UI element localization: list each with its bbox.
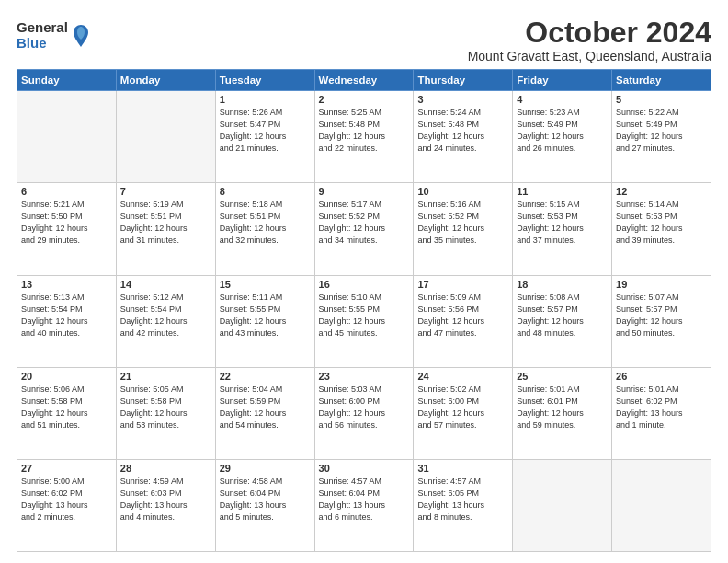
table-row: 18Sunrise: 5:08 AM Sunset: 5:57 PM Dayli… — [513, 275, 612, 367]
table-row: 27Sunrise: 5:00 AM Sunset: 6:02 PM Dayli… — [17, 459, 117, 551]
table-row: 15Sunrise: 5:11 AM Sunset: 5:55 PM Dayli… — [215, 275, 314, 367]
table-row: 23Sunrise: 5:03 AM Sunset: 6:00 PM Dayli… — [314, 367, 414, 459]
day-number: 8 — [220, 186, 311, 197]
table-row: 26Sunrise: 5:01 AM Sunset: 6:02 PM Dayli… — [612, 367, 711, 459]
table-row: 11Sunrise: 5:15 AM Sunset: 5:53 PM Dayli… — [513, 183, 612, 275]
day-number: 30 — [319, 463, 410, 474]
table-row: 1Sunrise: 5:26 AM Sunset: 5:47 PM Daylig… — [215, 91, 314, 183]
day-number: 13 — [21, 279, 112, 290]
table-row: 16Sunrise: 5:10 AM Sunset: 5:55 PM Dayli… — [314, 275, 414, 367]
day-number: 22 — [220, 371, 311, 382]
day-number: 31 — [417, 463, 508, 474]
day-number: 17 — [417, 279, 508, 290]
day-detail: Sunrise: 5:19 AM Sunset: 5:51 PM Dayligh… — [120, 199, 211, 247]
day-detail: Sunrise: 4:57 AM Sunset: 6:04 PM Dayligh… — [319, 476, 410, 523]
table-row: 6Sunrise: 5:21 AM Sunset: 5:50 PM Daylig… — [17, 183, 117, 275]
day-detail: Sunrise: 5:22 AM Sunset: 5:49 PM Dayligh… — [616, 107, 707, 155]
day-number: 16 — [319, 279, 410, 290]
table-row: 17Sunrise: 5:09 AM Sunset: 5:56 PM Dayli… — [414, 275, 513, 367]
logo-blue: Blue — [17, 36, 68, 52]
day-number: 3 — [417, 94, 508, 105]
day-number: 5 — [616, 94, 707, 105]
table-row: 31Sunrise: 4:57 AM Sunset: 6:05 PM Dayli… — [414, 459, 513, 551]
day-number: 6 — [21, 186, 112, 197]
table-row: 8Sunrise: 5:18 AM Sunset: 5:51 PM Daylig… — [215, 183, 314, 275]
day-detail: Sunrise: 5:16 AM Sunset: 5:52 PM Dayligh… — [417, 199, 508, 247]
table-row — [513, 459, 612, 551]
calendar-week-row: 6Sunrise: 5:21 AM Sunset: 5:50 PM Daylig… — [17, 183, 711, 275]
day-detail: Sunrise: 5:07 AM Sunset: 5:57 PM Dayligh… — [616, 292, 707, 339]
day-detail: Sunrise: 4:59 AM Sunset: 6:03 PM Dayligh… — [120, 476, 211, 523]
header: General Blue October 2024 Mount Gravatt … — [17, 17, 711, 63]
day-detail: Sunrise: 4:58 AM Sunset: 6:04 PM Dayligh… — [220, 476, 311, 523]
calendar-week-row: 27Sunrise: 5:00 AM Sunset: 6:02 PM Dayli… — [17, 459, 711, 551]
table-row: 7Sunrise: 5:19 AM Sunset: 5:51 PM Daylig… — [116, 183, 215, 275]
table-row: 4Sunrise: 5:23 AM Sunset: 5:49 PM Daylig… — [513, 91, 612, 183]
table-row: 24Sunrise: 5:02 AM Sunset: 6:00 PM Dayli… — [414, 367, 513, 459]
table-row: 22Sunrise: 5:04 AM Sunset: 5:59 PM Dayli… — [215, 367, 314, 459]
day-number: 24 — [417, 371, 508, 382]
col-wednesday: Wednesday — [314, 70, 414, 91]
day-number: 15 — [220, 279, 311, 290]
day-detail: Sunrise: 5:09 AM Sunset: 5:56 PM Dayligh… — [417, 292, 508, 339]
day-detail: Sunrise: 5:10 AM Sunset: 5:55 PM Dayligh… — [319, 292, 410, 339]
table-row: 5Sunrise: 5:22 AM Sunset: 5:49 PM Daylig… — [612, 91, 711, 183]
day-detail: Sunrise: 5:23 AM Sunset: 5:49 PM Dayligh… — [517, 107, 608, 155]
day-detail: Sunrise: 5:25 AM Sunset: 5:48 PM Dayligh… — [319, 107, 410, 155]
day-detail: Sunrise: 5:03 AM Sunset: 6:00 PM Dayligh… — [319, 384, 410, 431]
day-detail: Sunrise: 5:01 AM Sunset: 6:01 PM Dayligh… — [517, 384, 608, 431]
day-detail: Sunrise: 5:15 AM Sunset: 5:53 PM Dayligh… — [517, 199, 608, 247]
calendar-week-row: 20Sunrise: 5:06 AM Sunset: 5:58 PM Dayli… — [17, 367, 711, 459]
col-saturday: Saturday — [612, 70, 711, 91]
day-detail: Sunrise: 5:17 AM Sunset: 5:52 PM Dayligh… — [319, 199, 410, 247]
day-number: 14 — [120, 279, 211, 290]
day-number: 20 — [21, 371, 112, 382]
table-row: 2Sunrise: 5:25 AM Sunset: 5:48 PM Daylig… — [314, 91, 414, 183]
day-number: 18 — [517, 279, 608, 290]
title-month: October 2024 — [468, 17, 711, 49]
table-row: 25Sunrise: 5:01 AM Sunset: 6:01 PM Dayli… — [513, 367, 612, 459]
table-row: 12Sunrise: 5:14 AM Sunset: 5:53 PM Dayli… — [612, 183, 711, 275]
day-detail: Sunrise: 4:57 AM Sunset: 6:05 PM Dayligh… — [417, 476, 508, 523]
day-number: 19 — [616, 279, 707, 290]
table-row: 29Sunrise: 4:58 AM Sunset: 6:04 PM Dayli… — [215, 459, 314, 551]
logo-icon — [72, 23, 90, 49]
day-number: 29 — [220, 463, 311, 474]
logo-text: General Blue — [17, 20, 68, 51]
day-detail: Sunrise: 5:13 AM Sunset: 5:54 PM Dayligh… — [21, 292, 112, 339]
table-row: 19Sunrise: 5:07 AM Sunset: 5:57 PM Dayli… — [612, 275, 711, 367]
col-friday: Friday — [513, 70, 612, 91]
day-detail: Sunrise: 5:00 AM Sunset: 6:02 PM Dayligh… — [21, 476, 112, 523]
day-number: 9 — [319, 186, 410, 197]
table-row: 3Sunrise: 5:24 AM Sunset: 5:48 PM Daylig… — [414, 91, 513, 183]
day-detail: Sunrise: 5:21 AM Sunset: 5:50 PM Dayligh… — [21, 199, 112, 247]
day-number: 2 — [319, 94, 410, 105]
day-number: 12 — [616, 186, 707, 197]
day-detail: Sunrise: 5:26 AM Sunset: 5:47 PM Dayligh… — [220, 107, 311, 155]
table-row — [17, 91, 117, 183]
day-detail: Sunrise: 5:04 AM Sunset: 5:59 PM Dayligh… — [220, 384, 311, 431]
day-number: 10 — [417, 186, 508, 197]
table-row: 20Sunrise: 5:06 AM Sunset: 5:58 PM Dayli… — [17, 367, 117, 459]
title-block: October 2024 Mount Gravatt East, Queensl… — [468, 17, 711, 63]
day-detail: Sunrise: 5:14 AM Sunset: 5:53 PM Dayligh… — [616, 199, 707, 247]
title-location: Mount Gravatt East, Queensland, Australi… — [468, 49, 711, 63]
day-detail: Sunrise: 5:01 AM Sunset: 6:02 PM Dayligh… — [616, 384, 707, 431]
page: General Blue October 2024 Mount Gravatt … — [0, 0, 728, 563]
logo: General Blue — [17, 20, 90, 51]
day-number: 21 — [120, 371, 211, 382]
col-sunday: Sunday — [17, 70, 117, 91]
col-thursday: Thursday — [414, 70, 513, 91]
table-row: 21Sunrise: 5:05 AM Sunset: 5:58 PM Dayli… — [116, 367, 215, 459]
col-tuesday: Tuesday — [215, 70, 314, 91]
day-number: 11 — [517, 186, 608, 197]
logo-general: General — [17, 20, 68, 36]
day-number: 7 — [120, 186, 211, 197]
table-row — [116, 91, 215, 183]
day-number: 26 — [616, 371, 707, 382]
table-row: 9Sunrise: 5:17 AM Sunset: 5:52 PM Daylig… — [314, 183, 414, 275]
day-number: 4 — [517, 94, 608, 105]
calendar-week-row: 13Sunrise: 5:13 AM Sunset: 5:54 PM Dayli… — [17, 275, 711, 367]
table-row: 28Sunrise: 4:59 AM Sunset: 6:03 PM Dayli… — [116, 459, 215, 551]
calendar-header-row: Sunday Monday Tuesday Wednesday Thursday… — [17, 70, 711, 91]
